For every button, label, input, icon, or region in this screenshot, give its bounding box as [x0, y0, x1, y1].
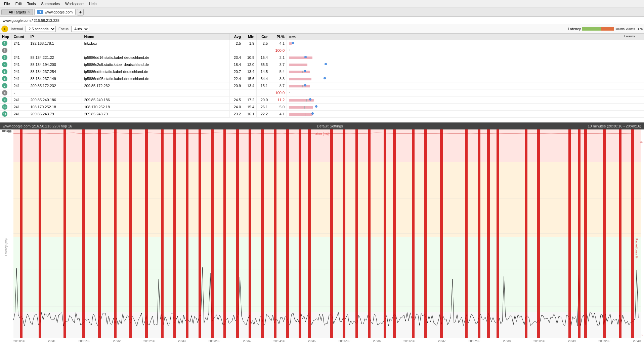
packet-loss-bar: [173, 129, 176, 338]
avg-cell: 20.7: [230, 68, 243, 75]
packet-loss-bar: [286, 129, 289, 338]
latency-scale-bar: Latency 100ms 200ms 176: [568, 27, 643, 31]
focus-select[interactable]: Auto: [71, 26, 89, 32]
tab-google[interactable]: ▼ www.google.com: [34, 9, 76, 15]
packet-loss-bar: [114, 129, 117, 338]
focus-label: Focus: [58, 27, 69, 31]
hop-cell: 3: [0, 54, 11, 61]
latency-cell: [287, 111, 644, 118]
latency-cell: [287, 54, 644, 61]
packet-loss-bar: [308, 129, 311, 338]
col-ip: IP: [28, 34, 82, 40]
x-label: 20:37: [438, 339, 446, 343]
ip-cell: [28, 89, 82, 97]
packet-loss-bar: [129, 129, 132, 338]
table-row: 11 241 209.85.243.79 209.85.243.79 23.2 …: [0, 111, 644, 118]
x-label: 20:35:30: [338, 339, 350, 343]
avg-cell: 23.2: [230, 111, 243, 118]
name-cell: 209.85.240.186: [82, 97, 230, 104]
packet-loss-bar: [63, 129, 66, 338]
latency-cell: [287, 104, 644, 111]
interval-select[interactable]: 2.5 seconds: [26, 26, 56, 32]
table-row: 2 - 100.0 *: [0, 47, 644, 54]
packet-loss-bar: [261, 129, 264, 338]
latency-label: Latency: [568, 27, 581, 31]
pl-cell: 3.3: [270, 75, 287, 82]
menu-summaries[interactable]: Summaries: [38, 1, 62, 6]
ip-cell: 209.85.172.232: [28, 82, 82, 89]
packet-loss-bar: [161, 129, 164, 338]
ip-cell: 88.134.237.149: [28, 75, 82, 82]
chart-header: www.google.com (216.58.213.228) hop 16 D…: [0, 123, 644, 129]
avg-cell: 22.4: [230, 75, 243, 82]
hop-cell: 8: [0, 89, 11, 97]
scale-max: 176: [638, 27, 643, 31]
name-cell: fritz.box: [82, 40, 230, 47]
menu-file[interactable]: File: [1, 1, 13, 6]
hop-cell: 6: [0, 75, 11, 82]
col-latency: 0 ms Latency: [287, 34, 644, 40]
tabbar: ☰ All Targets ✕ ▼ www.google.com +: [0, 7, 644, 17]
x-axis: 20:30:3020:3120:31:3020:3220:32:3020:332…: [13, 338, 641, 344]
table-row: 6 241 88.134.237.149 ip5886ed95.static.k…: [0, 75, 644, 82]
menu-help[interactable]: Help: [86, 1, 99, 6]
tab-add-button[interactable]: +: [77, 9, 84, 15]
avg-cell: 23.4: [230, 54, 243, 61]
ip-cell: 209.85.243.79: [28, 111, 82, 118]
col-min: Min: [243, 34, 257, 40]
packet-loss-bar: [478, 129, 480, 338]
latency-cell: *: [287, 47, 644, 54]
packet-loss-bar: [20, 129, 23, 338]
ip-cell: [28, 47, 82, 54]
x-label: 20:38: [503, 339, 511, 343]
table-row: 4 241 88.134.194.200 ip5886c2c8.static.k…: [0, 61, 644, 68]
packet-loss-bar: [249, 129, 251, 338]
count-cell: 241: [11, 75, 28, 82]
table-row: 8 - 100.0 *: [0, 89, 644, 97]
count-cell: 241: [11, 82, 28, 89]
x-label: 20:33:30: [208, 339, 220, 343]
bell-icon[interactable]: 1: [1, 26, 8, 32]
col-cur: Cur: [257, 34, 270, 40]
menu-edit[interactable]: Edit: [13, 1, 25, 6]
pl-cell: 3.7: [270, 61, 287, 68]
cur-cell: [257, 89, 270, 97]
x-label: 20:36: [373, 339, 381, 343]
scale-100ms: 100ms: [615, 27, 625, 31]
avg-cell: [230, 47, 243, 54]
min-cell: 13.4: [243, 68, 257, 75]
tab-all-targets[interactable]: ☰ All Targets ✕: [1, 9, 33, 15]
avg-cell: 24.0: [230, 104, 243, 111]
table-body: 1 241 192.168.178.1 fritz.box 2.5 1.9 2.…: [0, 40, 644, 118]
cur-cell: 15.1: [257, 82, 270, 89]
packet-loss-bar: [368, 129, 371, 338]
y-label-10: 10 ms: [3, 129, 11, 133]
latency-cell: [287, 68, 644, 75]
packet-loss-bar: [384, 129, 386, 338]
hop-cell: 10: [0, 104, 11, 111]
packet-loss-bar: [578, 129, 581, 338]
min-cell: 13.4: [243, 82, 257, 89]
chart-title-left: www.google.com (216.58.213.228) hop 16: [3, 124, 72, 128]
menu-workspace[interactable]: Workspace: [62, 1, 86, 6]
packet-loss-bar: [211, 129, 214, 338]
packet-loss-bar: [424, 129, 427, 338]
packet-loss-bar: [537, 129, 540, 338]
pl-cell: 2.1: [270, 54, 287, 61]
packet-loss-bar: [584, 129, 587, 338]
packet-loss-bar: [145, 129, 148, 338]
menubar: File Edit Tools Summaries Workspace Help: [0, 0, 644, 7]
x-label: 20:32:30: [143, 339, 155, 343]
right-scale-30: 30: [640, 140, 643, 144]
name-cell: [82, 89, 230, 97]
count-cell: 241: [11, 68, 28, 75]
hop-table: Hop Count IP Name Avg Min Cur PL% 0 ms L…: [0, 34, 644, 118]
count-cell: 241: [11, 111, 28, 118]
menu-tools[interactable]: Tools: [25, 1, 39, 6]
name-cell: ip5886edfe.static.kabel-deutschland.de: [82, 68, 230, 75]
table-row: 3 241 88.134.221.22 ip5886dd16.static.ka…: [0, 54, 644, 61]
packet-loss-bar: [619, 129, 621, 338]
x-label: 20:35: [308, 339, 316, 343]
x-label: 20:34: [243, 339, 251, 343]
cur-cell: 15.4: [257, 54, 270, 61]
